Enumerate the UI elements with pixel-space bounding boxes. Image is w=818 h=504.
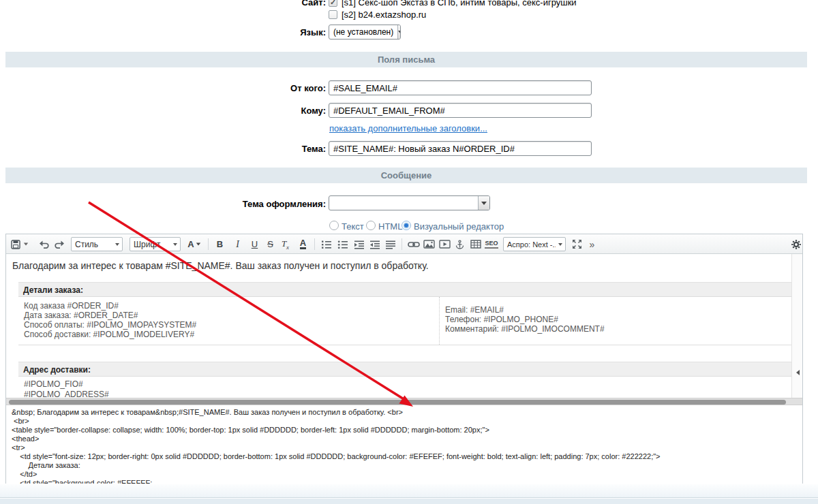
message-section-header: Сообщение	[5, 168, 807, 183]
editor-toolbar: Стиль Шрифт A B I U S Tx A	[6, 234, 802, 254]
page-background-strip	[0, 499, 818, 504]
table-icon	[470, 240, 481, 249]
ordered-list-icon	[321, 240, 332, 249]
text-color-button[interactable]: A	[295, 236, 311, 252]
fullscreen-button[interactable]	[569, 236, 585, 252]
chevron-down-icon	[556, 243, 565, 246]
to-label: Кому:	[301, 106, 326, 116]
subject-label: Тема:	[302, 144, 326, 154]
indent-button[interactable]	[351, 236, 367, 252]
greeting-paragraph: Благодарим за интерес к товарам #SITE_NA…	[12, 260, 429, 271]
order-details-left-cell: Код заказа #ORDER_ID# Дата заказа: #ORDE…	[18, 297, 440, 345]
insert-image-button[interactable]	[421, 236, 437, 252]
bullet-list-button[interactable]	[335, 236, 350, 252]
delivery-address-header: Адрес доставки:	[18, 362, 792, 377]
source-line: <table style="border-collapse: collapse;…	[12, 426, 802, 435]
language-select-button[interactable]	[397, 25, 401, 39]
anchor-button[interactable]	[452, 236, 468, 252]
link-icon	[408, 240, 420, 249]
site-s2-label: [s2] b24.extazshop.ru	[342, 10, 426, 20]
chevron-down-icon	[481, 202, 487, 205]
bold-button[interactable]: B	[212, 236, 228, 252]
scrollbar-thumb[interactable]	[9, 400, 786, 405]
underline-icon: U	[252, 239, 258, 249]
remove-format-button[interactable]: Tx	[277, 236, 293, 252]
source-code-pane[interactable]: &nbsp; Благодарим за интерес к товарам&n…	[6, 405, 802, 484]
font-select[interactable]: Шрифт	[130, 237, 181, 251]
more-tools-button[interactable]: »	[584, 236, 600, 252]
language-select-value: (не установлен)	[329, 27, 397, 37]
undo-icon	[39, 240, 50, 249]
form-panel-bottom	[0, 484, 818, 498]
seo-button[interactable]: SEO	[483, 236, 500, 252]
toolbar-separator	[402, 238, 402, 250]
language-select[interactable]: (не установлен)	[329, 25, 401, 40]
subject-input[interactable]	[329, 141, 592, 156]
insert-link-button[interactable]	[406, 236, 421, 252]
language-label: Язык:	[300, 27, 326, 37]
strikethrough-icon: S	[267, 239, 273, 249]
source-line: </td>	[12, 470, 802, 479]
indent-icon	[354, 240, 365, 249]
underline-button[interactable]: U	[247, 236, 262, 252]
from-label: От кого:	[290, 83, 326, 93]
chevron-down-icon	[112, 243, 122, 246]
image-icon	[423, 240, 435, 249]
source-line: <br>	[12, 417, 802, 426]
theme-select-button[interactable]	[478, 196, 489, 210]
snippet-theme-select-value: Аспро: Next -...	[504, 240, 556, 249]
video-icon	[439, 240, 451, 249]
outdent-button[interactable]	[367, 236, 382, 252]
source-line: &nbsp; Благодарим за интерес к товарам&n…	[12, 408, 802, 417]
toolbar-separator	[314, 238, 315, 250]
snippet-theme-select[interactable]: Аспро: Next -...	[503, 237, 566, 251]
align-button[interactable]	[382, 236, 398, 252]
text-color-icon: A	[300, 239, 306, 249]
source-line: <tr>	[12, 443, 802, 452]
strikethrough-button[interactable]: S	[262, 236, 278, 252]
comment-line: Комментарий: #IPOLMO_IMOCOMMENT#	[445, 324, 786, 334]
font-size-letter: A	[187, 239, 194, 249]
save-snippet-button[interactable]	[9, 236, 31, 252]
mode-visual-label: Визуальный редактор	[414, 221, 504, 232]
source-line: Детали заказа:	[12, 461, 802, 470]
settings-button[interactable]	[788, 236, 804, 252]
to-input[interactable]	[329, 103, 592, 118]
theme-select[interactable]	[329, 195, 490, 210]
seo-icon: SEO	[485, 240, 498, 249]
mode-text-label: Текст	[342, 221, 364, 232]
anchor-icon	[455, 240, 465, 249]
insert-video-button[interactable]	[437, 236, 453, 252]
source-line: <td style="background-color: #EFEFEF;	[12, 479, 802, 484]
redo-button[interactable]	[51, 236, 67, 252]
font-size-button[interactable]: A	[185, 236, 204, 252]
editor-side-panel-toggle[interactable]	[791, 254, 802, 398]
mode-text-radio[interactable]	[329, 221, 339, 230]
chevron-down-icon	[24, 243, 28, 246]
site-s1-checkbox[interactable]: ✓	[329, 0, 337, 7]
show-more-headers-link[interactable]: показать дополнительные заголовки...	[329, 123, 487, 133]
align-justify-icon	[385, 240, 396, 249]
chevron-left-icon	[796, 370, 800, 375]
from-input[interactable]	[329, 80, 592, 95]
remove-format-icon: Tx	[282, 238, 289, 251]
editor-canvas[interactable]: Благодарим за интерес к товарам #SITE_NA…	[6, 254, 792, 398]
style-select-value: Стиль	[72, 240, 112, 249]
mode-html-label: HTML	[378, 221, 402, 232]
delivery-address-lines: #IPOLMO_FIO# #IPOLMO_ADDRESS#	[24, 379, 109, 398]
mode-html-radio[interactable]	[366, 221, 376, 230]
italic-button[interactable]: I	[230, 236, 245, 252]
html-editor: Стиль Шрифт A B I U S Tx A	[5, 234, 803, 484]
floppy-disk-icon	[11, 240, 21, 249]
insert-table-button[interactable]	[468, 236, 483, 252]
horizontal-scrollbar[interactable]	[6, 398, 802, 405]
mode-visual-radio[interactable]	[402, 221, 411, 230]
site-label: Сайт:	[302, 0, 326, 7]
source-line: <thead>	[12, 435, 802, 443]
order-details-table: Детали заказа: Код заказа #ORDER_ID# Дат…	[18, 282, 792, 345]
chevron-down-icon	[196, 243, 200, 246]
undo-button[interactable]	[36, 236, 52, 252]
site-s2-checkbox[interactable]	[329, 10, 337, 19]
ordered-list-button[interactable]	[318, 236, 334, 252]
style-select[interactable]: Стиль	[71, 237, 123, 251]
